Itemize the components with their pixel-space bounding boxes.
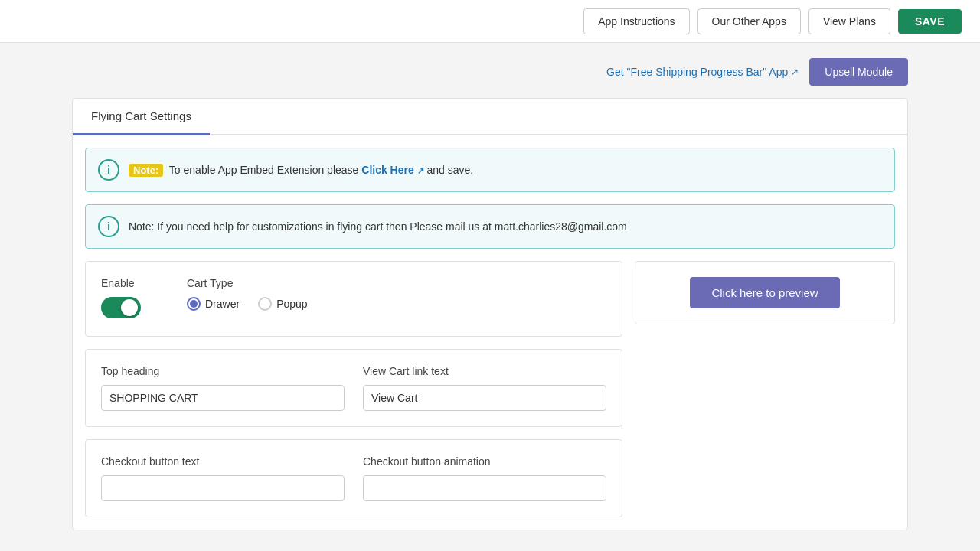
header: App Instructions Our Other Apps View Pla… [0, 0, 980, 43]
checkout-row: Checkout button text Checkout button ani… [101, 455, 606, 501]
preview-card: Click here to preview [635, 261, 895, 324]
text-fields-row: Top heading View Cart link text [101, 365, 606, 411]
enable-label: Enable [101, 277, 141, 289]
other-apps-button[interactable]: Our Other Apps [697, 8, 801, 34]
tab-container: Flying Cart Settings i Note: To enable A… [72, 98, 908, 530]
checkout-text-label: Checkout button text [101, 455, 345, 468]
view-cart-input[interactable] [363, 385, 606, 411]
text-fields-card: Top heading View Cart link text [85, 349, 622, 427]
cart-type-label: Cart Type [187, 277, 308, 289]
settings-body: i Note: To enable App Embed Extension pl… [73, 148, 907, 530]
right-panel: Click here to preview [635, 261, 895, 517]
top-heading-input[interactable] [101, 385, 345, 411]
note-badge: Note: [129, 164, 163, 177]
upsell-module-button[interactable]: Upsell Module [809, 58, 908, 86]
app-instructions-button[interactable]: App Instructions [583, 8, 689, 34]
click-here-to-preview-button[interactable]: Click here to preview [690, 277, 839, 308]
info-icon: i [98, 159, 119, 181]
popup-radio[interactable]: Popup [258, 297, 307, 311]
enable-field: Enable [101, 277, 141, 321]
top-heading-group: Top heading [101, 365, 345, 411]
enable-toggle[interactable] [101, 297, 141, 318]
view-cart-group: View Cart link text [363, 365, 606, 411]
top-row: Get "Free Shipping Progress Bar" App ↗ U… [72, 58, 908, 86]
external-link-icon: ↗ [791, 67, 799, 77]
drawer-radio-circle [187, 297, 201, 311]
external-link-icon-2: ↗ [417, 166, 424, 175]
checkout-card: Checkout button text Checkout button ani… [85, 439, 622, 517]
left-panel: Enable Cart Type [85, 261, 622, 517]
enable-row: Enable Cart Type [101, 277, 606, 321]
cart-type-field: Cart Type Drawer [187, 277, 308, 311]
top-heading-label: Top heading [101, 365, 345, 377]
cart-type-options: Drawer Popup [187, 297, 308, 311]
view-cart-label: View Cart link text [363, 365, 606, 377]
drawer-radio[interactable]: Drawer [187, 297, 240, 311]
checkout-animation-label: Checkout button animation [363, 455, 606, 468]
free-shipping-link[interactable]: Get "Free Shipping Progress Bar" App ↗ [606, 66, 799, 78]
flying-cart-settings-tab[interactable]: Flying Cart Settings [73, 99, 210, 135]
popup-radio-circle [258, 297, 272, 311]
checkout-animation-input[interactable] [363, 475, 606, 501]
main-content: Get "Free Shipping Progress Bar" App ↗ U… [54, 43, 926, 551]
checkout-animation-group: Checkout button animation [363, 455, 606, 501]
content-area: Enable Cart Type [73, 261, 907, 530]
info-icon-2: i [98, 216, 119, 237]
click-here-link[interactable]: Click Here ↗ [361, 164, 426, 176]
tab-bar: Flying Cart Settings [73, 99, 907, 135]
save-button[interactable]: SAVE [898, 9, 962, 34]
drawer-radio-dot [190, 300, 198, 308]
notice-customization: i Note: If you need help for customizati… [85, 204, 895, 249]
checkout-text-input[interactable] [101, 475, 345, 501]
notice-embed-extension: i Note: To enable App Embed Extension pl… [85, 148, 895, 192]
checkout-text-group: Checkout button text [101, 455, 345, 501]
enable-cart-type-card: Enable Cart Type [85, 261, 622, 337]
toggle-knob [121, 299, 138, 316]
view-plans-button[interactable]: View Plans [808, 8, 890, 34]
